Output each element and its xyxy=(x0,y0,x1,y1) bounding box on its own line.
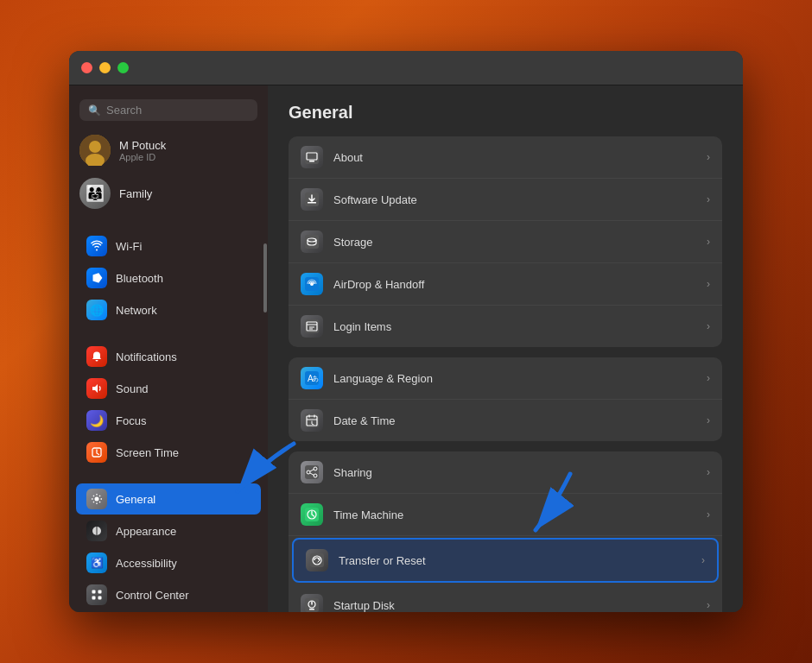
airdrop-chevron: › xyxy=(707,278,710,290)
sidebar-item-focus[interactable]: 🌙 Focus xyxy=(76,405,261,436)
transfer-icon xyxy=(306,549,328,571)
main-content: General About › xyxy=(268,85,743,612)
settings-item-software-update[interactable]: Software Update › xyxy=(289,179,722,221)
software-update-chevron: › xyxy=(707,193,710,205)
timemachine-icon xyxy=(301,503,323,526)
title-bar xyxy=(69,51,743,85)
storage-icon xyxy=(301,230,323,253)
svg-point-1 xyxy=(89,141,101,153)
sidebar-section-3: General Appearance ♿ xyxy=(69,479,268,612)
language-label: Language & Region xyxy=(333,372,696,385)
svg-rect-6 xyxy=(92,590,96,594)
search-placeholder: Search xyxy=(106,104,142,117)
settings-group-1: About › Software Update › xyxy=(289,136,722,347)
sidebar-item-label-wifi: Wi-Fi xyxy=(116,240,142,253)
sidebar-item-appearance[interactable]: Appearance xyxy=(76,515,261,546)
sidebar-item-label-appearance: Appearance xyxy=(116,525,176,538)
timemachine-label: Time Machine xyxy=(333,508,696,521)
sidebar-section-2: Notifications Sound 🌙 xyxy=(69,337,268,472)
close-button[interactable] xyxy=(81,62,92,73)
wifi-icon xyxy=(86,236,107,256)
login-label: Login Items xyxy=(333,320,696,333)
about-icon xyxy=(301,146,323,168)
network-icon: 🌐 xyxy=(86,300,107,320)
sidebar-item-wifi[interactable]: Wi-Fi xyxy=(76,230,261,262)
sidebar-item-label-screentime: Screen Time xyxy=(116,446,179,459)
settings-group-3: Sharing › Time Machine › xyxy=(289,451,722,612)
sidebar: 🔍 Search M Potuck Ap xyxy=(69,85,268,612)
focus-icon: 🌙 xyxy=(86,410,107,431)
accessibility-icon: ♿ xyxy=(86,552,107,573)
settings-item-login[interactable]: Login Items › xyxy=(289,306,722,347)
datetime-chevron: › xyxy=(707,414,710,426)
user-section[interactable]: M Potuck Apple ID xyxy=(69,129,268,174)
svg-rect-14 xyxy=(309,161,314,162)
startup-chevron: › xyxy=(707,599,710,611)
maximize-button[interactable] xyxy=(117,62,129,73)
transfer-chevron: › xyxy=(701,554,705,566)
avatar xyxy=(79,135,111,166)
about-chevron: › xyxy=(707,151,710,163)
family-icon: 👨‍👩‍👧 xyxy=(79,178,111,209)
startup-label: Startup Disk xyxy=(333,599,696,612)
family-section[interactable]: 👨‍👩‍👧 Family xyxy=(69,174,268,219)
svg-rect-7 xyxy=(98,590,102,594)
bluetooth-icon: ⭓ xyxy=(86,268,107,288)
search-icon: 🔍 xyxy=(88,104,101,117)
user-info: M Potuck Apple ID xyxy=(119,139,166,162)
sharing-chevron: › xyxy=(707,466,710,478)
software-update-icon xyxy=(301,188,323,211)
sidebar-item-screentime[interactable]: Screen Time xyxy=(76,437,261,468)
startup-icon xyxy=(301,594,323,612)
datetime-label: Date & Time xyxy=(333,414,696,427)
sidebar-item-sound[interactable]: Sound xyxy=(76,373,261,404)
notifications-icon xyxy=(86,346,107,367)
settings-item-sharing[interactable]: Sharing › xyxy=(289,451,722,494)
svg-rect-37 xyxy=(309,609,314,610)
settings-item-transfer[interactable]: Transfer or Reset › xyxy=(292,538,719,583)
settings-item-airdrop[interactable]: AirDrop & Handoff › xyxy=(289,263,722,306)
sidebar-item-notifications[interactable]: Notifications xyxy=(76,341,261,372)
language-chevron: › xyxy=(707,372,710,384)
sharing-label: Sharing xyxy=(333,466,696,479)
sidebar-item-accessibility[interactable]: ♿ Accessibility xyxy=(76,547,261,578)
settings-item-storage[interactable]: Storage › xyxy=(289,221,722,263)
software-update-label: Software Update xyxy=(333,193,696,206)
sidebar-item-controlcenter[interactable]: Control Center xyxy=(76,579,261,610)
user-name: M Potuck xyxy=(119,139,166,152)
sharing-icon xyxy=(301,461,323,483)
minimize-button[interactable] xyxy=(99,62,111,73)
settings-item-datetime[interactable]: Date & Time › xyxy=(289,400,722,441)
settings-item-language[interactable]: A あ Language & Region › xyxy=(289,357,722,400)
sidebar-item-label-notifications: Notifications xyxy=(116,350,177,363)
sound-icon xyxy=(86,378,107,399)
airdrop-icon xyxy=(301,273,323,295)
sidebar-item-general[interactable]: General xyxy=(76,483,261,515)
login-chevron: › xyxy=(707,320,710,332)
sidebar-item-siri[interactable]: Siri & Spotlight xyxy=(76,611,261,612)
settings-item-startup[interactable]: Startup Disk › xyxy=(289,584,722,612)
settings-item-timemachine[interactable]: Time Machine › xyxy=(289,494,722,536)
airdrop-label: AirDrop & Handoff xyxy=(333,278,696,291)
storage-chevron: › xyxy=(707,236,710,248)
page-title: General xyxy=(289,103,722,123)
sidebar-item-label-network: Network xyxy=(116,304,157,317)
sidebar-item-label-controlcenter: Control Center xyxy=(116,589,189,602)
transfer-label: Transfer or Reset xyxy=(339,554,691,567)
svg-rect-8 xyxy=(92,597,96,600)
content-area: 🔍 Search M Potuck Ap xyxy=(69,85,743,612)
language-icon: A あ xyxy=(301,367,323,389)
sidebar-scrollbar[interactable] xyxy=(263,243,267,313)
user-subtitle: Apple ID xyxy=(119,152,166,162)
family-label: Family xyxy=(119,187,152,200)
settings-item-about[interactable]: About › xyxy=(289,136,722,179)
sidebar-section-1: Wi-Fi ⭓ Bluetooth 🌐 Network xyxy=(69,226,268,330)
login-icon xyxy=(301,315,323,338)
svg-rect-16 xyxy=(308,202,316,204)
sidebar-item-network[interactable]: 🌐 Network xyxy=(76,294,261,325)
sidebar-item-label-general: General xyxy=(116,493,155,506)
system-preferences-window: 🔍 Search M Potuck Ap xyxy=(69,51,743,612)
sidebar-item-bluetooth[interactable]: ⭓ Bluetooth xyxy=(76,262,261,294)
timemachine-chevron: › xyxy=(707,508,710,521)
search-bar[interactable]: 🔍 Search xyxy=(79,99,257,121)
